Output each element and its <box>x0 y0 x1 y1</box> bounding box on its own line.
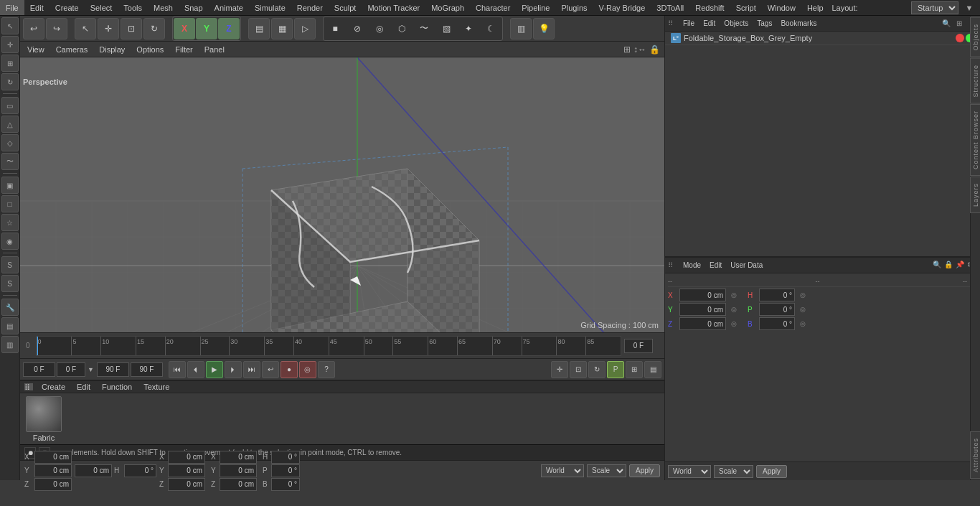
transport-prev-frame[interactable]: ⏴ <box>187 361 204 378</box>
attr-scale-dropdown[interactable]: Scale <box>714 465 753 478</box>
tool-edge[interactable]: △ <box>1 116 19 133</box>
transport-current-field[interactable] <box>57 362 85 377</box>
axis-x-button[interactable]: X <box>174 18 195 39</box>
attr-search-icon[interactable]: 🔍 <box>933 261 943 271</box>
attr-rot-h-animate[interactable]: ◎ <box>798 290 808 300</box>
menu-3dtoall[interactable]: 3DToAll <box>651 0 689 15</box>
obj-file-menu[interactable]: File <box>681 19 697 27</box>
tool-rotate[interactable]: ↻ <box>1 73 19 90</box>
attr-pos-y-field[interactable] <box>679 303 726 316</box>
transport-loop[interactable]: ↩ <box>262 361 279 378</box>
cz2-field[interactable] <box>220 478 257 491</box>
attr-pos-z-animate[interactable]: ◎ <box>729 319 739 329</box>
menu-edit[interactable]: Edit <box>24 0 50 15</box>
transport-goto-end[interactable]: ⏭ <box>243 361 260 378</box>
tool-scale[interactable]: ⊞ <box>1 55 19 72</box>
viewport-canvas[interactable]: X Y Z Perspective Grid Spacing : 100 cm <box>20 57 664 332</box>
tool-s-paint[interactable]: S <box>1 256 19 273</box>
timeline-ruler[interactable]: 051015202530354045505560657075808590 <box>36 336 621 356</box>
world-dropdown[interactable]: World Object <box>541 464 584 477</box>
tool-material[interactable]: ◉ <box>1 233 19 250</box>
menu-vray[interactable]: V-Ray Bridge <box>593 0 651 15</box>
layout-arrow[interactable]: ▼ <box>958 4 980 12</box>
apply-button[interactable]: Apply <box>629 464 660 477</box>
redo-button[interactable]: ↪ <box>46 18 67 39</box>
cx2-field[interactable] <box>220 451 257 464</box>
coord-x-field[interactable] <box>34 451 72 464</box>
tool-light[interactable]: ☆ <box>1 214 19 231</box>
menu-file[interactable]: File <box>0 0 24 15</box>
tool-cube[interactable]: ▣ <box>1 177 19 194</box>
transport-extra-4[interactable]: P <box>607 361 624 378</box>
render-region-button[interactable]: ▤ <box>248 18 270 39</box>
menu-simulate[interactable]: Simulate <box>249 0 291 15</box>
object-row[interactable]: L° Foldable_Storage_Box_Grey_Empty <box>665 32 980 45</box>
attr-pos-x-field[interactable] <box>679 289 726 301</box>
tool-bottom[interactable]: ▤ <box>1 317 19 334</box>
rtab-structure[interactable]: Structure <box>970 58 981 104</box>
transport-play[interactable]: ▶ <box>206 361 223 378</box>
mograph-button[interactable]: ▧ <box>435 18 457 39</box>
menu-snap[interactable]: Snap <box>179 0 209 15</box>
coord-x2-field[interactable] <box>75 464 112 477</box>
spline-button[interactable]: ⊘ <box>347 18 368 39</box>
viewport-cameras-menu[interactable]: Cameras <box>53 44 91 55</box>
transport-extra-5[interactable]: ⊞ <box>626 361 643 378</box>
transport-extra-1[interactable]: ✛ <box>551 361 568 378</box>
transport-extra-2[interactable]: ⊡ <box>570 361 587 378</box>
transport-next-frame[interactable]: ⏵ <box>225 361 242 378</box>
transport-goto-start[interactable]: ⏮ <box>169 361 186 378</box>
attr-pos-y-animate[interactable]: ◎ <box>729 304 739 314</box>
floor-button[interactable]: ▥ <box>510 18 532 39</box>
viewport-view-menu[interactable]: View <box>24 44 47 55</box>
tool-spline[interactable]: 〜 <box>1 153 19 170</box>
tool-magnet[interactable]: 🔧 <box>1 299 19 316</box>
menu-animate[interactable]: Animate <box>209 0 249 15</box>
menu-create[interactable]: Create <box>50 0 85 15</box>
transport-end-field[interactable] <box>97 362 129 377</box>
rtab-layers[interactable]: Layers <box>970 177 981 213</box>
cursor-tool-button[interactable]: ↖ <box>75 18 96 39</box>
tool-polygon[interactable]: ▭ <box>1 97 19 114</box>
mat-panel-grip[interactable]: ⠿ <box>24 383 33 390</box>
cube-prim-button[interactable]: ■ <box>324 18 346 39</box>
obj-objects-menu[interactable]: Objects <box>722 19 750 27</box>
menu-mesh[interactable]: Mesh <box>148 0 179 15</box>
attr-edit-menu[interactable]: Edit <box>707 261 724 269</box>
viewport-3d[interactable]: View Cameras Display Options Filter Pane… <box>20 42 664 332</box>
menu-pipeline[interactable]: Pipeline <box>516 0 555 15</box>
attr-rot-p-field[interactable] <box>759 303 795 316</box>
rtab-content[interactable]: Content Browser <box>970 104 981 176</box>
attr-pin-icon[interactable]: 📌 <box>956 261 966 271</box>
viewport-panel-menu[interactable]: Panel <box>202 44 227 55</box>
mat-edit-menu[interactable]: Edit <box>74 381 93 393</box>
coord-y-field[interactable] <box>34 464 72 477</box>
menu-select[interactable]: Select <box>85 0 118 15</box>
cy2-field[interactable] <box>220 464 257 477</box>
cz-field[interactable] <box>168 478 205 491</box>
transport-record[interactable]: ● <box>281 361 298 378</box>
tool-cursor[interactable]: ↖ <box>1 17 19 34</box>
attr-pos-x-animate[interactable]: ◎ <box>729 290 739 300</box>
coord-h-field[interactable] <box>124 464 156 477</box>
deformer-button[interactable]: ⬡ <box>391 18 413 39</box>
axis-z-button[interactable]: Z <box>218 18 240 39</box>
attr-world-dropdown[interactable]: World <box>668 465 711 478</box>
render-button[interactable]: ▷ <box>294 18 316 39</box>
cb-field[interactable] <box>271 478 300 491</box>
menu-render[interactable]: Render <box>291 0 329 15</box>
object-tag-red[interactable] <box>956 34 964 42</box>
bulb-button[interactable]: 💡 <box>533 18 555 39</box>
tool-camera[interactable]: □ <box>1 195 19 212</box>
rotate-tool-button[interactable]: ↻ <box>143 18 165 39</box>
menu-sculpt[interactable]: Sculpt <box>329 0 362 15</box>
obj-edit-menu[interactable]: Edit <box>701 19 717 27</box>
obj-tags-menu[interactable]: Tags <box>755 19 774 27</box>
transport-help[interactable]: ? <box>318 361 335 378</box>
undo-button[interactable]: ↩ <box>23 18 44 39</box>
scale-dropdown[interactable]: Scale <box>587 464 626 477</box>
ch-field[interactable] <box>271 451 300 464</box>
attr-lock-icon[interactable]: 🔒 <box>944 261 954 271</box>
viewport-arrows-icon[interactable]: ↕↔ <box>633 44 646 55</box>
obj-search-icon[interactable]: 🔍 <box>941 19 951 29</box>
